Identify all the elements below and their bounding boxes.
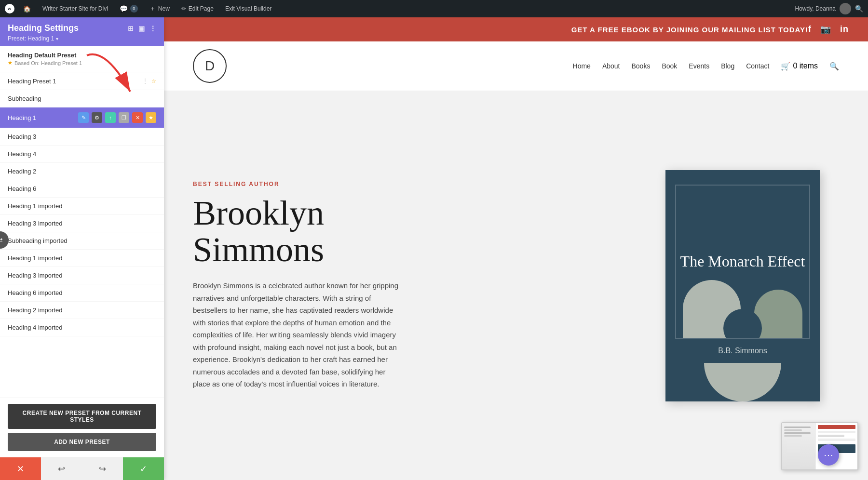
preset-label: Heading 2 imported (8, 307, 62, 314)
howdy-text: Howdy, Deanna (795, 5, 836, 12)
linkedin-icon[interactable]: in (840, 24, 849, 35)
wp-logo[interactable]: W (5, 4, 14, 13)
preset-label: Heading 4 (8, 150, 36, 158)
preset-item-heading-3-imported-2[interactable]: Heading 3 imported (0, 267, 164, 284)
panel-icon-split[interactable]: ▣ (138, 25, 145, 32)
nav-book[interactable]: Book (662, 62, 677, 70)
nav-cart[interactable]: 🛒 0 items (781, 62, 818, 71)
search-icon[interactable]: 🔍 (829, 62, 839, 71)
preset-item-heading-4[interactable]: Heading 4 (0, 146, 164, 163)
three-dot-menu[interactable]: ⋮ (142, 77, 149, 85)
panel-icon-more[interactable]: ⋮ (149, 25, 156, 32)
admin-search-icon[interactable]: 🔍 (855, 5, 863, 13)
book-cover: The Monarch Effect (675, 185, 810, 339)
preset-item-heading-1-imported-2[interactable]: Heading 1 imported (0, 250, 164, 267)
main-layout: Heading Settings ⊞ ▣ ⋮ Preset: Heading 1… (0, 17, 868, 480)
preset-label: Heading 1 (8, 114, 36, 121)
panel-subtitle[interactable]: Preset: Heading 1 ▾ (8, 35, 156, 42)
hero-section: BEST SELLING AUTHOR Brooklyn Simmons Bro… (164, 91, 868, 480)
add-preset-button[interactable]: ADD NEW PRESET (8, 433, 156, 451)
preset-label: Heading 2 (8, 168, 36, 175)
preset-label: Heading 4 imported (8, 324, 62, 331)
cart-icon: 🛒 (781, 62, 790, 71)
site-logo: D (193, 49, 227, 83)
preset-item-heading-preset-1[interactable]: Heading Preset 1 ⋮ ☆ (0, 72, 164, 90)
website-content: GET A FREE EBOOK BY JOINING OUR MAILING … (164, 17, 868, 480)
preset-export-btn[interactable]: ↑ (105, 112, 116, 123)
preset-edit-btn[interactable]: ✎ (78, 112, 89, 123)
nav-books[interactable]: Books (631, 62, 650, 70)
book-card-bottom (665, 363, 820, 401)
save-button[interactable]: ✓ (123, 457, 164, 480)
preset-duplicate-btn[interactable]: ❐ (119, 112, 129, 123)
preset-settings-btn[interactable]: ⚙ (92, 112, 102, 123)
default-preset-subtitle: ★ Based On: Heading Preset 1 (8, 60, 156, 66)
book-card: The Monarch Effect B.B. Simmons (665, 170, 820, 401)
thumbnail-preview (781, 422, 858, 470)
preset-item-heading-1-imported[interactable]: Heading 1 imported (0, 198, 164, 215)
preset-item-heading-3-imported[interactable]: Heading 3 imported (0, 215, 164, 232)
exit-builder-link[interactable]: Exit Visual Builder (222, 3, 275, 14)
comments-link[interactable]: 💬 0 (117, 3, 141, 14)
nav-about[interactable]: About (602, 62, 620, 70)
cancel-button[interactable]: ✕ (0, 457, 41, 480)
hero-title: Brooklyn Simmons (193, 195, 424, 268)
preset-delete-btn[interactable]: ✕ (132, 112, 143, 123)
preset-item-heading-4-imported[interactable]: Heading 4 imported (0, 319, 164, 336)
preset-item-heading-3[interactable]: Heading 3 (0, 128, 164, 146)
new-link[interactable]: ＋ New (147, 2, 173, 15)
preset-item-heading-1[interactable]: Heading 1 ✎ ⚙ ↑ ❐ ✕ ★ (0, 107, 164, 128)
nav-events[interactable]: Events (689, 62, 709, 70)
left-panel: Heading Settings ⊞ ▣ ⋮ Preset: Heading 1… (0, 17, 164, 480)
preset-actions-active: ✎ ⚙ ↑ ❐ ✕ ★ (78, 112, 156, 123)
nav-blog[interactable]: Blog (721, 62, 734, 70)
book-author: B.B. Simmons (710, 339, 774, 363)
panel-title-row: Heading Settings ⊞ ▣ ⋮ (8, 23, 156, 33)
admin-bar-right: Howdy, Deanna 🔍 (795, 3, 864, 14)
svg-text:W: W (8, 7, 12, 11)
preset-label: Subheading imported (8, 237, 68, 244)
preset-label: Heading 6 (8, 185, 36, 192)
fab-button[interactable]: ⋯ (818, 444, 839, 466)
panel-title-icons: ⊞ ▣ ⋮ (128, 25, 156, 32)
edit-page-link[interactable]: ✏ Edit Page (178, 3, 217, 14)
thumb-panel (782, 423, 816, 469)
hero-description: Brooklyn Simmons is a celebrated author … (193, 280, 400, 390)
facebook-icon[interactable]: f (808, 24, 812, 35)
redo-button[interactable]: ↪ (82, 457, 123, 480)
nav-contact[interactable]: Contact (746, 62, 769, 70)
hero-tag: BEST SELLING AUTHOR (193, 181, 424, 187)
default-preset-section: Heading Default Preset ★ Based On: Headi… (0, 46, 164, 72)
site-icon[interactable]: 🏠 (20, 3, 34, 14)
instagram-icon[interactable]: 📷 (820, 24, 831, 35)
preset-item-heading-6[interactable]: Heading 6 (0, 180, 164, 198)
preset-label: Heading 6 imported (8, 289, 62, 296)
preset-item-heading-6-imported[interactable]: Heading 6 imported (0, 284, 164, 302)
nav-home[interactable]: Home (573, 62, 591, 70)
panel-bottom-toolbar: ✕ ↩ ↪ ✓ (0, 457, 164, 480)
preset-item-heading-2[interactable]: Heading 2 (0, 163, 164, 180)
preset-list[interactable]: Heading Default Preset ★ Based On: Headi… (0, 46, 164, 398)
hero-left: BEST SELLING AUTHOR Brooklyn Simmons Bro… (164, 91, 453, 480)
preset-actions: ⋮ ☆ (142, 77, 156, 85)
preset-label: Heading 3 imported (8, 272, 62, 279)
preset-label: Heading 3 imported (8, 220, 62, 227)
preset-star[interactable]: ☆ (151, 78, 156, 84)
preset-item-subheading[interactable]: Subheading (0, 90, 164, 107)
banner-social: f 📷 in (808, 24, 849, 35)
preset-star-btn[interactable]: ★ (146, 112, 156, 123)
preset-item-subheading-imported[interactable]: Subheading imported (0, 232, 164, 250)
create-preset-button[interactable]: CREATE NEW PRESET FROM CURRENT STYLES (8, 404, 156, 429)
cart-count: 0 items (793, 62, 818, 70)
undo-button[interactable]: ↩ (41, 457, 82, 480)
panel-icon-fullscreen[interactable]: ⊞ (128, 25, 134, 32)
panel-header: Heading Settings ⊞ ▣ ⋮ Preset: Heading 1… (0, 17, 164, 46)
preset-item-heading-2-imported[interactable]: Heading 2 imported (0, 302, 164, 319)
preset-label: Subheading (8, 95, 41, 102)
site-name[interactable]: Writer Starter Site for Divi (40, 3, 111, 14)
preset-label: Heading 1 imported (8, 202, 62, 210)
default-preset-star: ★ (8, 60, 13, 66)
preset-label: Heading 3 (8, 133, 36, 140)
user-avatar[interactable] (840, 3, 851, 14)
preset-label: Heading Preset 1 (8, 78, 56, 85)
